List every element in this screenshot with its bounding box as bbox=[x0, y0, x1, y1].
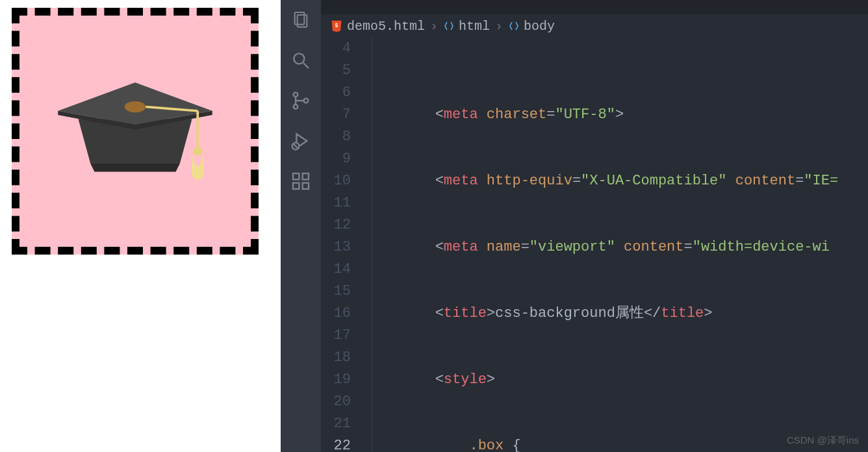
line-number: 13 bbox=[321, 236, 351, 258]
brackets-icon bbox=[508, 20, 520, 32]
line-number: 14 bbox=[321, 258, 351, 281]
breadcrumb-html: html bbox=[459, 19, 490, 34]
line-number: 16 bbox=[321, 303, 351, 325]
explorer-icon[interactable] bbox=[281, 0, 321, 40]
line-number: 9 bbox=[321, 148, 351, 170]
line-number: 15 bbox=[321, 281, 351, 303]
svg-point-13 bbox=[294, 105, 298, 109]
line-number: 5 bbox=[321, 60, 351, 82]
code-line[interactable]: <title>css-background属性</title> bbox=[366, 303, 868, 325]
breadcrumb-separator: › bbox=[430, 19, 438, 34]
code-line[interactable]: <meta name="viewport" content="width=dev… bbox=[366, 236, 868, 258]
svg-marker-1 bbox=[90, 164, 180, 172]
extensions-icon[interactable] bbox=[281, 161, 321, 201]
rendered-box bbox=[12, 8, 259, 255]
editor-pane: 5 demo5.html › html › body 4567891011121… bbox=[281, 0, 868, 452]
line-number: 7 bbox=[321, 104, 351, 126]
line-number: 18 bbox=[321, 347, 351, 369]
line-number: 20 bbox=[321, 391, 351, 413]
line-number: 22 bbox=[321, 435, 351, 452]
breadcrumb-separator: › bbox=[495, 19, 503, 34]
breadcrumbs[interactable]: 5 demo5.html › html › body bbox=[321, 14, 868, 38]
code-line[interactable]: <meta http-equiv="X-UA-Compatible" conte… bbox=[366, 170, 868, 192]
code-area[interactable]: 45678910111213141516171819202122 <meta c… bbox=[321, 38, 868, 452]
graduation-cap-icon bbox=[54, 66, 216, 196]
line-number: 19 bbox=[321, 369, 351, 391]
code-line[interactable]: .box { bbox=[366, 435, 868, 452]
svg-rect-19 bbox=[293, 183, 299, 189]
line-number: 21 bbox=[321, 413, 351, 435]
line-number-gutter: 45678910111213141516171819202122 bbox=[321, 38, 366, 452]
editor-main: 5 demo5.html › html › body 4567891011121… bbox=[321, 0, 868, 452]
preview-pane bbox=[0, 0, 281, 452]
debug-icon[interactable] bbox=[281, 121, 321, 161]
svg-point-7 bbox=[193, 147, 203, 156]
activity-bar bbox=[281, 0, 321, 452]
breadcrumb-body: body bbox=[524, 19, 555, 34]
svg-rect-18 bbox=[293, 173, 299, 179]
svg-point-12 bbox=[294, 92, 298, 97]
source-control-icon[interactable] bbox=[281, 81, 321, 121]
svg-point-10 bbox=[294, 53, 304, 64]
svg-rect-8 bbox=[295, 12, 305, 25]
html-file-icon: 5 bbox=[330, 19, 343, 32]
svg-text:5: 5 bbox=[335, 23, 338, 29]
line-number: 17 bbox=[321, 325, 351, 347]
breadcrumb-file: demo5.html bbox=[347, 19, 425, 34]
brackets-icon bbox=[443, 20, 455, 32]
svg-point-14 bbox=[304, 99, 309, 103]
svg-line-11 bbox=[303, 63, 309, 68]
line-number: 4 bbox=[321, 38, 351, 60]
line-number: 8 bbox=[321, 126, 351, 148]
line-number: 12 bbox=[321, 214, 351, 236]
line-number: 10 bbox=[321, 170, 351, 192]
tab-bar[interactable] bbox=[321, 0, 868, 14]
svg-rect-21 bbox=[303, 173, 309, 179]
code-line[interactable]: <style> bbox=[366, 369, 868, 391]
code-line[interactable]: <meta charset="UTF-8"> bbox=[366, 104, 868, 126]
code-lines[interactable]: <meta charset="UTF-8"> <meta http-equiv=… bbox=[366, 38, 868, 452]
line-number: 11 bbox=[321, 192, 351, 214]
line-number: 6 bbox=[321, 82, 351, 104]
svg-rect-20 bbox=[303, 183, 309, 189]
svg-rect-9 bbox=[298, 15, 307, 27]
search-icon[interactable] bbox=[281, 40, 321, 81]
svg-point-4 bbox=[125, 101, 146, 113]
